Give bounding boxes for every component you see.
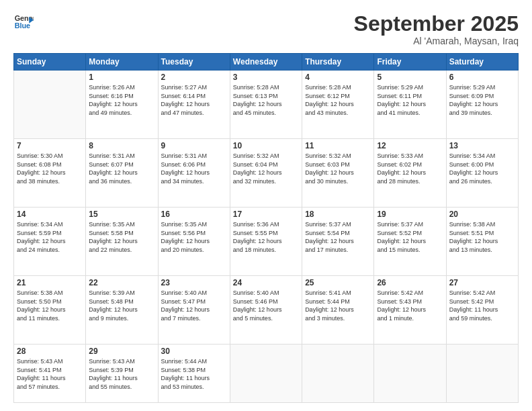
calendar-cell: 3Sunrise: 5:28 AM Sunset: 6:13 PM Daylig… <box>230 71 302 139</box>
calendar-cell: 9Sunrise: 5:31 AM Sunset: 6:06 PM Daylig… <box>158 139 230 208</box>
calendar-cell: 24Sunrise: 5:40 AM Sunset: 5:46 PM Dayli… <box>230 276 302 345</box>
weekday-header: Saturday <box>446 54 518 71</box>
weekday-header: Sunday <box>14 54 86 71</box>
day-info: Sunrise: 5:30 AM Sunset: 6:08 PM Dayligh… <box>17 152 83 185</box>
weekday-header: Tuesday <box>158 54 230 71</box>
day-number: 28 <box>17 347 83 356</box>
calendar-cell <box>374 345 446 403</box>
day-info: Sunrise: 5:34 AM Sunset: 6:00 PM Dayligh… <box>449 152 515 185</box>
calendar-cell: 4Sunrise: 5:28 AM Sunset: 6:12 PM Daylig… <box>302 71 374 139</box>
day-info: Sunrise: 5:35 AM Sunset: 5:56 PM Dayligh… <box>161 220 227 254</box>
day-number: 10 <box>233 141 299 150</box>
day-number: 16 <box>161 210 227 219</box>
calendar-table: SundayMondayTuesdayWednesdayThursdayFrid… <box>13 53 519 403</box>
day-info: Sunrise: 5:35 AM Sunset: 5:58 PM Dayligh… <box>89 220 154 254</box>
title-block: September 2025 Al 'Amarah, Maysan, Iraq <box>354 12 519 46</box>
calendar-cell: 6Sunrise: 5:29 AM Sunset: 6:09 PM Daylig… <box>446 71 518 139</box>
day-number: 1 <box>89 73 154 82</box>
calendar-cell: 21Sunrise: 5:38 AM Sunset: 5:50 PM Dayli… <box>14 276 86 345</box>
day-number: 26 <box>377 278 443 287</box>
day-info: Sunrise: 5:43 AM Sunset: 5:41 PM Dayligh… <box>17 357 83 391</box>
day-info: Sunrise: 5:34 AM Sunset: 5:59 PM Dayligh… <box>17 220 83 254</box>
day-info: Sunrise: 5:27 AM Sunset: 6:14 PM Dayligh… <box>161 83 227 117</box>
month-title: September 2025 <box>354 12 519 36</box>
calendar-week-row: 28Sunrise: 5:43 AM Sunset: 5:41 PM Dayli… <box>14 345 519 403</box>
calendar-body: 1Sunrise: 5:26 AM Sunset: 6:16 PM Daylig… <box>14 71 519 403</box>
day-info: Sunrise: 5:42 AM Sunset: 5:43 PM Dayligh… <box>377 289 443 322</box>
calendar-week-row: 7Sunrise: 5:30 AM Sunset: 6:08 PM Daylig… <box>14 139 519 208</box>
calendar-cell: 18Sunrise: 5:37 AM Sunset: 5:54 PM Dayli… <box>302 208 374 276</box>
calendar-cell: 17Sunrise: 5:36 AM Sunset: 5:55 PM Dayli… <box>230 208 302 276</box>
day-number: 25 <box>305 278 371 287</box>
day-number: 7 <box>17 141 83 150</box>
calendar-week-row: 14Sunrise: 5:34 AM Sunset: 5:59 PM Dayli… <box>14 208 519 276</box>
logo: General Blue <box>13 12 34 32</box>
day-number: 9 <box>161 141 227 150</box>
day-number: 21 <box>17 278 83 287</box>
day-number: 3 <box>233 73 299 82</box>
calendar-cell: 28Sunrise: 5:43 AM Sunset: 5:41 PM Dayli… <box>14 345 86 403</box>
day-number: 4 <box>305 73 371 82</box>
day-number: 19 <box>377 210 443 219</box>
day-info: Sunrise: 5:43 AM Sunset: 5:39 PM Dayligh… <box>89 357 154 391</box>
calendar-cell: 14Sunrise: 5:34 AM Sunset: 5:59 PM Dayli… <box>14 208 86 276</box>
day-number: 17 <box>233 210 299 219</box>
calendar-cell: 5Sunrise: 5:29 AM Sunset: 6:11 PM Daylig… <box>374 71 446 139</box>
day-number: 18 <box>305 210 371 219</box>
day-number: 27 <box>449 278 515 287</box>
day-info: Sunrise: 5:38 AM Sunset: 5:51 PM Dayligh… <box>449 220 515 254</box>
day-info: Sunrise: 5:32 AM Sunset: 6:03 PM Dayligh… <box>305 152 371 185</box>
page-header: General Blue September 2025 Al 'Amarah, … <box>13 12 519 46</box>
day-info: Sunrise: 5:40 AM Sunset: 5:47 PM Dayligh… <box>161 289 227 322</box>
day-info: Sunrise: 5:29 AM Sunset: 6:09 PM Dayligh… <box>449 83 515 117</box>
day-number: 5 <box>377 73 443 82</box>
day-number: 11 <box>305 141 371 150</box>
calendar-cell: 27Sunrise: 5:42 AM Sunset: 5:42 PM Dayli… <box>446 276 518 345</box>
day-number: 24 <box>233 278 299 287</box>
calendar-header-row: SundayMondayTuesdayWednesdayThursdayFrid… <box>14 54 519 71</box>
calendar-cell: 16Sunrise: 5:35 AM Sunset: 5:56 PM Dayli… <box>158 208 230 276</box>
svg-text:Blue: Blue <box>15 21 30 30</box>
calendar-cell: 19Sunrise: 5:37 AM Sunset: 5:52 PM Dayli… <box>374 208 446 276</box>
calendar-cell: 22Sunrise: 5:39 AM Sunset: 5:48 PM Dayli… <box>86 276 158 345</box>
calendar-cell: 7Sunrise: 5:30 AM Sunset: 6:08 PM Daylig… <box>14 139 86 208</box>
day-info: Sunrise: 5:29 AM Sunset: 6:11 PM Dayligh… <box>377 83 443 117</box>
calendar-cell: 29Sunrise: 5:43 AM Sunset: 5:39 PM Dayli… <box>86 345 158 403</box>
day-number: 22 <box>89 278 154 287</box>
day-number: 6 <box>449 73 515 82</box>
logo-icon: General Blue <box>13 12 34 32</box>
day-number: 15 <box>89 210 154 219</box>
calendar-cell <box>446 345 518 403</box>
day-info: Sunrise: 5:38 AM Sunset: 5:50 PM Dayligh… <box>17 289 83 322</box>
day-info: Sunrise: 5:40 AM Sunset: 5:46 PM Dayligh… <box>233 289 299 322</box>
calendar-cell: 1Sunrise: 5:26 AM Sunset: 6:16 PM Daylig… <box>86 71 158 139</box>
calendar-cell: 11Sunrise: 5:32 AM Sunset: 6:03 PM Dayli… <box>302 139 374 208</box>
calendar-cell: 13Sunrise: 5:34 AM Sunset: 6:00 PM Dayli… <box>446 139 518 208</box>
weekday-header: Thursday <box>302 54 374 71</box>
day-info: Sunrise: 5:28 AM Sunset: 6:13 PM Dayligh… <box>233 83 299 117</box>
day-number: 14 <box>17 210 83 219</box>
day-info: Sunrise: 5:41 AM Sunset: 5:44 PM Dayligh… <box>305 289 371 322</box>
day-info: Sunrise: 5:39 AM Sunset: 5:48 PM Dayligh… <box>89 289 154 322</box>
day-info: Sunrise: 5:37 AM Sunset: 5:54 PM Dayligh… <box>305 220 371 254</box>
calendar-week-row: 1Sunrise: 5:26 AM Sunset: 6:16 PM Daylig… <box>14 71 519 139</box>
day-number: 12 <box>377 141 443 150</box>
day-info: Sunrise: 5:44 AM Sunset: 5:38 PM Dayligh… <box>161 357 227 391</box>
day-info: Sunrise: 5:31 AM Sunset: 6:06 PM Dayligh… <box>161 152 227 185</box>
calendar-cell: 25Sunrise: 5:41 AM Sunset: 5:44 PM Dayli… <box>302 276 374 345</box>
day-number: 23 <box>161 278 227 287</box>
day-info: Sunrise: 5:36 AM Sunset: 5:55 PM Dayligh… <box>233 220 299 254</box>
calendar-cell <box>14 71 86 139</box>
day-info: Sunrise: 5:31 AM Sunset: 6:07 PM Dayligh… <box>89 152 154 185</box>
day-info: Sunrise: 5:33 AM Sunset: 6:02 PM Dayligh… <box>377 152 443 185</box>
day-number: 13 <box>449 141 515 150</box>
day-info: Sunrise: 5:42 AM Sunset: 5:42 PM Dayligh… <box>449 289 515 322</box>
day-info: Sunrise: 5:26 AM Sunset: 6:16 PM Dayligh… <box>89 83 154 117</box>
calendar-cell: 10Sunrise: 5:32 AM Sunset: 6:04 PM Dayli… <box>230 139 302 208</box>
day-info: Sunrise: 5:32 AM Sunset: 6:04 PM Dayligh… <box>233 152 299 185</box>
location: Al 'Amarah, Maysan, Iraq <box>354 36 519 46</box>
calendar-cell: 26Sunrise: 5:42 AM Sunset: 5:43 PM Dayli… <box>374 276 446 345</box>
calendar-cell: 23Sunrise: 5:40 AM Sunset: 5:47 PM Dayli… <box>158 276 230 345</box>
day-info: Sunrise: 5:37 AM Sunset: 5:52 PM Dayligh… <box>377 220 443 254</box>
weekday-header: Monday <box>86 54 158 71</box>
